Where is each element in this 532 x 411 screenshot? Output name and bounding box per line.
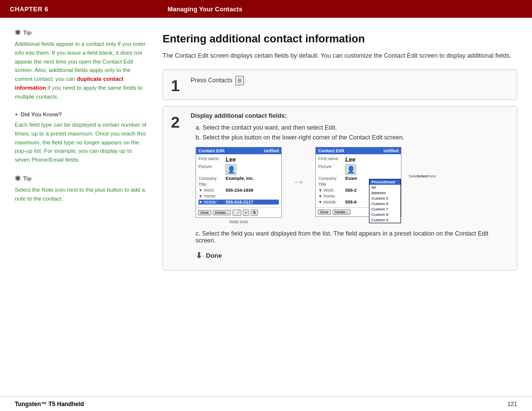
step2-sub-c: c. Select the field you want displayed f… [191, 230, 509, 244]
popup-item-custom9[interactable]: Custom 9 [369, 217, 400, 223]
plus-icon: + [15, 110, 18, 119]
r-company-label: Company: [318, 176, 345, 181]
step2-sub-b: b. Select the plus button on the lower-r… [191, 134, 509, 141]
intro-text: The Contact Edit screen displays certain… [163, 51, 517, 61]
mobile-value: 555-616-2117 [226, 200, 253, 205]
tip2-body: Select the Note icon next to the plus bu… [15, 186, 148, 204]
plus-btn-left[interactable]: + [243, 209, 249, 216]
footer-page: 121 [507, 401, 517, 408]
mobile-label: ▼ Mobile: [199, 200, 226, 205]
right-header-title: Contact Edit [318, 148, 344, 153]
right-device-body: First name: Lee Picture: 👤 Company: [316, 154, 401, 207]
done-btn-left[interactable]: Done [198, 210, 211, 215]
r-first-name-label: First name: [318, 156, 345, 161]
note-icon-label: Note icon [196, 219, 282, 224]
right-device-container: Select here Contact Edit Unfiled First n… [315, 147, 401, 217]
popup-item-address[interactable]: Address [369, 190, 400, 196]
note-icon-btn[interactable]: 📝 [233, 209, 241, 216]
page-title: Entering additional contact information [163, 33, 517, 45]
step2-header: Display additional contact fields: [191, 112, 509, 119]
left-header-unfiled: Unfiled [264, 148, 279, 153]
mobile-row: ▼ Mobile: 555-616-2117 [199, 200, 279, 205]
avatar: 👤 [226, 164, 236, 175]
popup-item-custom6[interactable]: Custom 6 [369, 201, 400, 206]
popup-item-custom5[interactable]: Custom 5 [369, 196, 400, 201]
popup-item-phone[interactable]: Phone/Email [369, 179, 400, 185]
left-device-header: Contact Edit Unfiled [196, 147, 281, 154]
popup-item-custom7[interactable]: Custom 7 [369, 206, 400, 212]
right-arrow: → [292, 174, 305, 190]
home-label: ▼ Home: [199, 194, 226, 199]
sidebar: ✱ Tip Additional fields appear in a cont… [0, 18, 158, 396]
picture-label: Picture: [199, 164, 226, 169]
right-header-unfiled: Unfiled [384, 148, 399, 153]
r-first-name-value: Lee [345, 156, 356, 163]
step2-box: 2 Display additional contact fields: a. … [163, 106, 517, 271]
r-work-value: 555-2 [345, 188, 357, 193]
r-title-label: Title: [318, 182, 345, 187]
chapter-title: Managing Your Contacts [158, 5, 532, 13]
r-home-label: ▼ Home: [318, 194, 345, 199]
tip1-body: Additional fields appear in a contact on… [15, 40, 148, 102]
work-value: 555-234-1939 [226, 188, 253, 193]
picture-row: Picture: 👤 [199, 164, 279, 175]
first-name-value: Lee [226, 156, 236, 163]
contacts-icon: ☰ [235, 76, 244, 85]
done-row: ⬇ Done [191, 247, 509, 264]
step2-sub-a: a. Select the contact you want, and then… [191, 124, 509, 131]
first-name-label: First name: [199, 156, 226, 161]
home-row: ▼ Home: [199, 194, 279, 199]
done-arrow-icon: ⬇ [196, 251, 202, 260]
r-picture-row: Picture: 👤 [318, 164, 399, 175]
select-here-label: Select here [409, 174, 429, 178]
done-btn-right[interactable]: Done [318, 209, 331, 215]
right-device-header: Contact Edit Unfiled [316, 147, 401, 154]
popup-menu: Phone/Email IM Address Custom 5 Custom 6… [369, 179, 401, 223]
title-label: Title: [199, 182, 226, 187]
step1-content: Press Contacts ☰. [191, 76, 509, 85]
chapter-label: CHAPTER 6 [0, 5, 158, 13]
tip2-heading: ✱ Tip [15, 173, 148, 184]
devices-area: Contact Edit Unfiled First name: Lee [191, 147, 509, 224]
sidebar-did-you-know: + Did You Know? Each field type can be d… [15, 110, 148, 165]
r-mobile-label: ▼ Mobile: [318, 200, 345, 205]
r-company-row: Company: Exam Phone/Email IM Address Cus… [318, 176, 399, 181]
arrow-container: → [292, 159, 305, 190]
popup-item-custom8[interactable]: Custom 8 [369, 212, 400, 217]
r-first-name-row: First name: Lee [318, 156, 399, 163]
r-picture-label: Picture: [318, 164, 345, 169]
r-company-value: Exam [345, 176, 357, 181]
company-row: Company: Example, Inc. [199, 176, 279, 181]
title-row: Title: [199, 182, 279, 187]
arrows-btn[interactable]: ⇅ [251, 209, 258, 216]
tip1-label: Tip [23, 29, 32, 37]
company-value: Example, Inc. [226, 176, 254, 181]
step1-box: 1 Press Contacts ☰. [163, 69, 517, 100]
tip1-heading: ✱ Tip [15, 28, 148, 38]
step2-content: Display additional contact fields: a. Se… [191, 112, 509, 264]
step2-number: 2 [171, 114, 191, 130]
page-header: CHAPTER 6 Managing Your Contacts [0, 0, 532, 18]
content-area: ✱ Tip Additional fields appear in a cont… [0, 18, 532, 396]
page-footer: Tungsten™ T5 Handheld 121 [0, 396, 532, 411]
work-label: ▼ Work: [199, 188, 226, 193]
left-device-footer: Done Details... 📝 + ⇅ [196, 207, 281, 217]
did-you-know-heading: + Did You Know? [15, 110, 148, 119]
details-btn-left[interactable]: Details... [213, 210, 231, 215]
did-you-know-body: Each field type can be displayed a certa… [15, 121, 148, 165]
sidebar-tip1: ✱ Tip Additional fields appear in a cont… [15, 28, 148, 102]
r-work-label: ▼ Work: [318, 188, 345, 193]
right-device: Contact Edit Unfiled First name: Lee [315, 147, 401, 217]
left-header-title: Contact Edit [199, 148, 225, 153]
left-device: Contact Edit Unfiled First name: Lee [196, 147, 282, 218]
work-row: ▼ Work: 555-234-1939 [199, 188, 279, 193]
footer-brand: Tungsten™ T5 Handheld [15, 401, 84, 408]
done-label: Done [206, 252, 222, 259]
left-device-body: First name: Lee Picture: 👤 Company: [196, 154, 281, 207]
asterisk-icon: ✱ [15, 28, 21, 38]
details-btn-right[interactable]: Details... [332, 209, 351, 215]
company-label: Company: [199, 176, 226, 181]
left-device-container: Contact Edit Unfiled First name: Lee [196, 147, 282, 224]
popup-item-im[interactable]: IM [369, 185, 400, 190]
sidebar-tip2: ✱ Tip Select the Note icon next to the p… [15, 173, 148, 204]
